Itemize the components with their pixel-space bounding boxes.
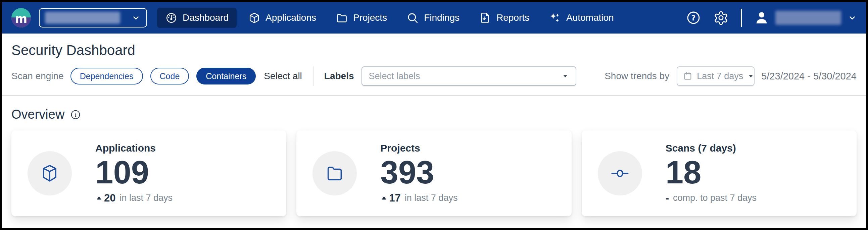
app-window: m Das <box>2 2 866 228</box>
trend-delta: - <box>665 192 669 204</box>
gear-icon[interactable] <box>713 10 729 26</box>
svg-text:m: m <box>15 12 27 26</box>
svg-text:?: ? <box>691 14 696 22</box>
trend-delta: 20 <box>104 192 116 204</box>
nav-item-label: Projects <box>353 12 387 23</box>
nav-item-findings[interactable]: Findings <box>398 8 468 28</box>
card-value: 109 <box>95 156 173 189</box>
card-value: 18 <box>665 156 756 189</box>
calendar-icon <box>683 71 693 81</box>
folder-icon <box>336 12 348 24</box>
nav-item-reports[interactable]: Reports <box>471 8 537 28</box>
chip-dependencies[interactable]: Dependencies <box>70 68 143 85</box>
section-divider <box>2 95 866 96</box>
scans-card: Scans (7 days) 18 - comp. to past 7 days <box>582 130 857 216</box>
nav-item-label: Automation <box>566 12 614 23</box>
help-icon[interactable]: ? <box>686 10 701 26</box>
card-title: Scans (7 days) <box>665 142 756 154</box>
chevron-down-icon <box>847 13 857 23</box>
date-range-text: 5/23/2024 - 5/30/2024 <box>761 71 857 82</box>
nav-item-dashboard[interactable]: Dashboard <box>157 8 237 28</box>
user-menu[interactable] <box>754 10 857 26</box>
nav-item-label: Reports <box>496 12 529 23</box>
nav-item-label: Applications <box>266 12 316 23</box>
filter-divider <box>313 66 314 86</box>
applications-card: Applications 109 20 in last 7 days <box>11 130 286 216</box>
trend-suffix: comp. to past 7 days <box>673 193 756 203</box>
user-name-redacted <box>775 11 841 25</box>
cube-icon <box>39 163 60 184</box>
user-avatar-icon <box>754 10 769 26</box>
navbar-divider <box>741 9 742 27</box>
labels-input[interactable] <box>369 71 562 81</box>
overview-heading: Overview <box>11 107 64 122</box>
page-content: Security Dashboard Scan engine Dependenc… <box>2 34 866 228</box>
gauge-icon <box>165 12 178 24</box>
card-trend: 20 in last 7 days <box>95 192 173 204</box>
card-icon-circle <box>312 151 357 195</box>
filter-bar: Scan engine Dependencies Code Containers… <box>2 58 866 95</box>
dropdown-arrow-icon[interactable] <box>562 72 569 80</box>
mend-logo-icon[interactable]: m <box>11 7 32 28</box>
card-trend: - comp. to past 7 days <box>665 192 756 204</box>
overview-cards: Applications 109 20 in last 7 days <box>11 130 857 216</box>
nav-item-projects[interactable]: Projects <box>328 8 395 28</box>
card-title: Projects <box>380 142 458 154</box>
scan-engine-label: Scan engine <box>11 71 64 81</box>
trend-up-icon <box>95 194 103 202</box>
main-navigation: Dashboard Applications Projects <box>157 8 622 28</box>
report-icon <box>479 12 491 24</box>
card-icon-circle <box>598 151 642 195</box>
nav-item-applications[interactable]: Applications <box>240 8 324 28</box>
navbar-right-group: ? <box>686 9 857 27</box>
labels-select[interactable] <box>362 66 576 86</box>
organization-name-redacted <box>45 12 120 24</box>
show-trends-label: Show trends by <box>604 71 669 81</box>
nav-item-label: Findings <box>424 12 460 23</box>
dropdown-arrow-icon[interactable] <box>747 72 754 80</box>
chip-containers[interactable]: Containers <box>196 68 256 85</box>
trend-up-icon <box>380 194 388 202</box>
nav-item-label: Dashboard <box>183 12 228 23</box>
trends-period-select[interactable]: Last 7 days <box>677 66 754 86</box>
trends-period-value: Last 7 days <box>697 71 743 81</box>
trend-suffix: in last 7 days <box>405 193 458 203</box>
page-title: Security Dashboard <box>11 42 866 58</box>
card-title: Applications <box>95 142 173 154</box>
select-all-link[interactable]: Select all <box>264 71 302 81</box>
nav-item-automation[interactable]: Automation <box>541 8 622 28</box>
svg-text:i: i <box>75 112 76 118</box>
cube-icon <box>248 12 260 24</box>
labels-label: Labels <box>324 71 354 81</box>
folder-icon <box>324 163 345 184</box>
scan-engine-chips: Dependencies Code Containers <box>70 68 256 85</box>
sparkles-icon <box>549 12 561 24</box>
chip-code[interactable]: Code <box>150 68 189 85</box>
scan-icon <box>610 163 630 184</box>
search-icon <box>406 12 419 24</box>
top-navbar: m Das <box>2 2 866 34</box>
card-icon-circle <box>28 151 72 195</box>
trend-delta: 17 <box>389 192 400 204</box>
organization-selector[interactable] <box>39 8 147 28</box>
trend-suffix: in last 7 days <box>120 193 173 203</box>
card-trend: 17 in last 7 days <box>380 192 458 204</box>
info-icon[interactable]: i <box>70 109 81 120</box>
projects-card: Projects 393 17 in last 7 days <box>297 130 571 216</box>
chevron-down-icon <box>131 13 141 23</box>
card-value: 393 <box>380 156 458 189</box>
overview-header: Overview i <box>11 107 866 122</box>
